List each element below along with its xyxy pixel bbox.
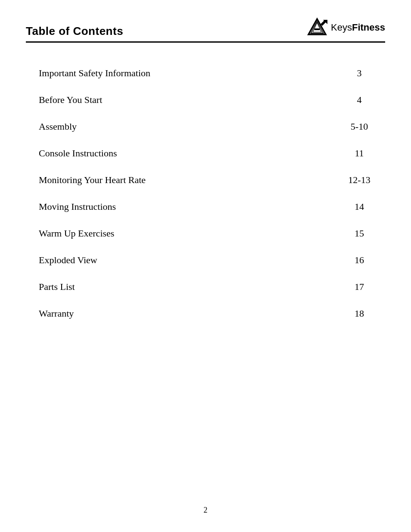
toc-item-page: 18	[346, 308, 372, 319]
toc-item-page: 14	[346, 201, 372, 212]
toc-row: Console Instructions11	[26, 140, 385, 167]
toc-item-label: Before You Start	[39, 94, 102, 106]
toc-item-page: 5-10	[346, 121, 372, 132]
toc-item-label: Console Instructions	[39, 148, 117, 159]
page-number: 2	[204, 506, 208, 515]
toc-item-page: 11	[346, 148, 372, 159]
toc-row: Monitoring Your Heart Rate12-13	[26, 167, 385, 193]
svg-rect-5	[314, 28, 320, 30]
toc-row: Important Safety Information3	[26, 60, 385, 87]
toc-item-label: Warranty	[39, 308, 74, 319]
toc-item-page: 17	[346, 281, 372, 292]
toc-row: Parts List17	[26, 274, 385, 300]
toc-item-label: Parts List	[39, 281, 75, 292]
toc-content: Important Safety Information3Before You …	[26, 60, 385, 327]
toc-row: Before You Start4	[26, 87, 385, 113]
toc-row: Warranty18	[26, 300, 385, 327]
svg-marker-6	[321, 20, 327, 26]
toc-row: Assembly5-10	[26, 113, 385, 140]
toc-item-label: Important Safety Information	[39, 68, 150, 79]
brand-logo: KeysFitness	[307, 17, 385, 38]
toc-item-label: Monitoring Your Heart Rate	[39, 174, 146, 186]
toc-row: Exploded View16	[26, 247, 385, 274]
toc-item-label: Exploded View	[39, 255, 97, 266]
toc-item-label: Moving Instructions	[39, 201, 116, 212]
toc-item-label: Warm Up Exercises	[39, 228, 114, 239]
keys-fitness-logo-icon	[307, 17, 327, 38]
toc-item-page: 12-13	[346, 174, 372, 186]
page-header: Table of Contents KeysFitness	[26, 17, 385, 43]
toc-item-page: 15	[346, 228, 372, 239]
toc-item-page: 4	[346, 94, 372, 106]
toc-row: Warm Up Exercises15	[26, 220, 385, 247]
toc-item-page: 3	[346, 68, 372, 79]
toc-item-page: 16	[346, 255, 372, 266]
toc-row: Moving Instructions14	[26, 193, 385, 220]
page-title: Table of Contents	[26, 25, 123, 38]
logo-text: KeysFitness	[331, 22, 385, 33]
page: Table of Contents KeysFitness Importa	[0, 0, 411, 532]
logo-fitness: Fitness	[352, 22, 385, 33]
toc-item-label: Assembly	[39, 121, 77, 132]
logo-keys: Keys	[331, 22, 352, 33]
